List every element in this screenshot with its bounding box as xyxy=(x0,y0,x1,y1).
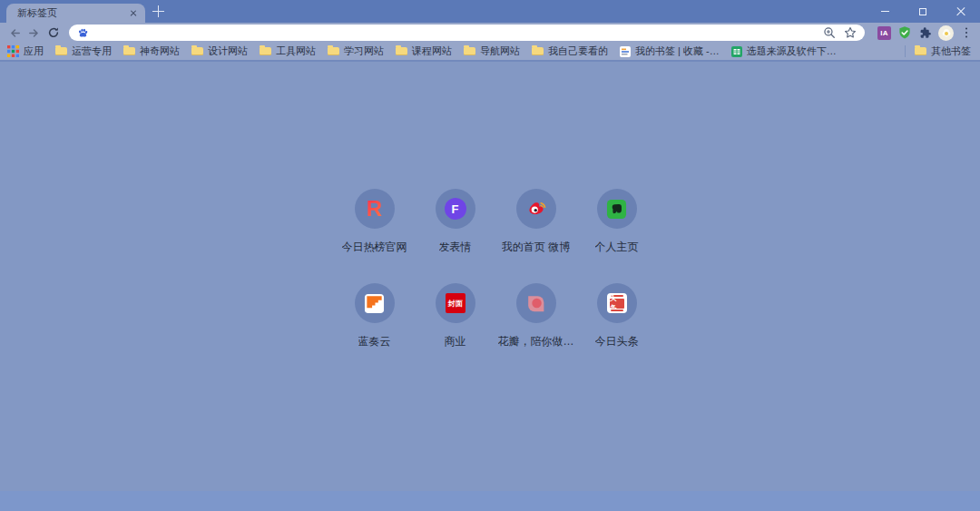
folder-icon xyxy=(260,47,271,55)
shortcut-tile[interactable]: 蓝奏云 xyxy=(334,283,415,349)
baidu-paw-icon xyxy=(77,27,89,39)
address-input[interactable] xyxy=(94,26,815,39)
menu-dots-icon[interactable] xyxy=(960,26,973,40)
lanzou-icon xyxy=(355,283,395,323)
forward-button[interactable] xyxy=(24,24,44,42)
apps-grid-icon xyxy=(7,45,19,57)
zoom-in-icon[interactable] xyxy=(823,26,836,39)
sheet-favicon xyxy=(731,46,742,57)
address-bar[interactable] xyxy=(69,25,865,41)
ia-extension-icon[interactable]: IA xyxy=(877,26,891,40)
shortcut-tile[interactable]: 封面 商业 xyxy=(415,283,495,349)
huaban-icon xyxy=(516,283,556,323)
tab-close-icon[interactable] xyxy=(127,7,140,20)
close-icon xyxy=(956,7,965,16)
bookmarks-separator xyxy=(905,45,906,57)
extensions-puzzle-icon[interactable] xyxy=(918,26,932,40)
bookmark-folder[interactable]: 学习网站 xyxy=(328,44,384,58)
bookmarks-bar: 应用 运营专用 神奇网站 设计网站 工具网站 学习网站 课程网站 导航网站 我自… xyxy=(0,43,980,62)
bookmark-link[interactable]: 我的书签 | 收藏 -… xyxy=(620,44,720,58)
bookmark-link[interactable]: 选题来源及软件下… xyxy=(731,44,837,58)
folder-icon xyxy=(915,47,926,55)
shortcut-tile[interactable]: 花瓣，陪你做… xyxy=(495,283,576,349)
new-tab-page: R 今日热榜官网 F 发表情 我的首页 微博 xyxy=(0,62,980,511)
bookmark-folder[interactable]: 我自己要看的 xyxy=(532,44,608,58)
folder-icon xyxy=(55,47,67,55)
folder-icon xyxy=(123,47,135,55)
evernote-icon xyxy=(597,189,637,229)
bookmark-folder[interactable]: 导航网站 xyxy=(464,44,520,58)
forward-icon xyxy=(27,26,41,40)
new-tab-icon[interactable] xyxy=(152,5,164,17)
shortcut-tile[interactable]: 头条 今日头条 xyxy=(576,283,657,349)
maximize-button[interactable] xyxy=(904,0,942,23)
minimize-button[interactable] xyxy=(866,0,904,23)
shortcut-tile[interactable]: 个人主页 xyxy=(576,189,657,254)
star-icon[interactable] xyxy=(844,26,857,39)
reload-button[interactable] xyxy=(44,24,63,42)
folder-icon xyxy=(464,47,475,55)
title-bar: 新标签页 xyxy=(0,0,980,23)
shortcut-grid: R 今日热榜官网 F 发表情 我的首页 微博 xyxy=(334,189,657,349)
shortcut-tile[interactable]: 我的首页 微博 xyxy=(495,189,576,254)
profile-avatar[interactable] xyxy=(938,25,954,41)
bookmark-folder[interactable]: 运营专用 xyxy=(55,44,112,58)
bookmark-folder[interactable]: 工具网站 xyxy=(260,44,316,58)
browser-tab[interactable]: 新标签页 xyxy=(6,4,145,23)
toolbar: IA xyxy=(0,23,980,43)
f-circle-icon: F xyxy=(436,189,475,229)
weibo-icon xyxy=(516,189,556,229)
folder-icon xyxy=(328,47,339,55)
back-button[interactable] xyxy=(5,24,24,42)
shortcut-tile[interactable]: F 发表情 xyxy=(415,189,495,254)
tab-title: 新标签页 xyxy=(17,6,127,20)
shield-check-icon[interactable] xyxy=(897,25,912,40)
apps-shortcut[interactable]: 应用 xyxy=(7,44,44,58)
page-favicon xyxy=(620,46,631,57)
maximize-icon xyxy=(919,8,926,15)
close-button[interactable] xyxy=(942,0,980,23)
page-bottom-band xyxy=(0,491,980,511)
bookmark-folder[interactable]: 课程网站 xyxy=(396,44,452,58)
minimize-icon xyxy=(881,11,889,13)
window-controls xyxy=(866,0,980,23)
back-icon xyxy=(8,26,22,40)
folder-icon xyxy=(532,47,544,55)
fengmian-icon: 封面 xyxy=(436,283,475,323)
toutiao-icon: 头条 xyxy=(597,283,637,323)
bookmark-folder[interactable]: 设计网站 xyxy=(191,44,248,58)
other-bookmarks[interactable]: 其他书签 xyxy=(915,44,971,58)
folder-icon xyxy=(191,47,203,55)
hot-list-r-icon: R xyxy=(355,189,395,229)
folder-icon xyxy=(396,47,407,55)
shortcut-tile[interactable]: R 今日热榜官网 xyxy=(334,189,415,254)
bookmark-folder[interactable]: 神奇网站 xyxy=(123,44,180,58)
reload-icon xyxy=(47,26,60,39)
